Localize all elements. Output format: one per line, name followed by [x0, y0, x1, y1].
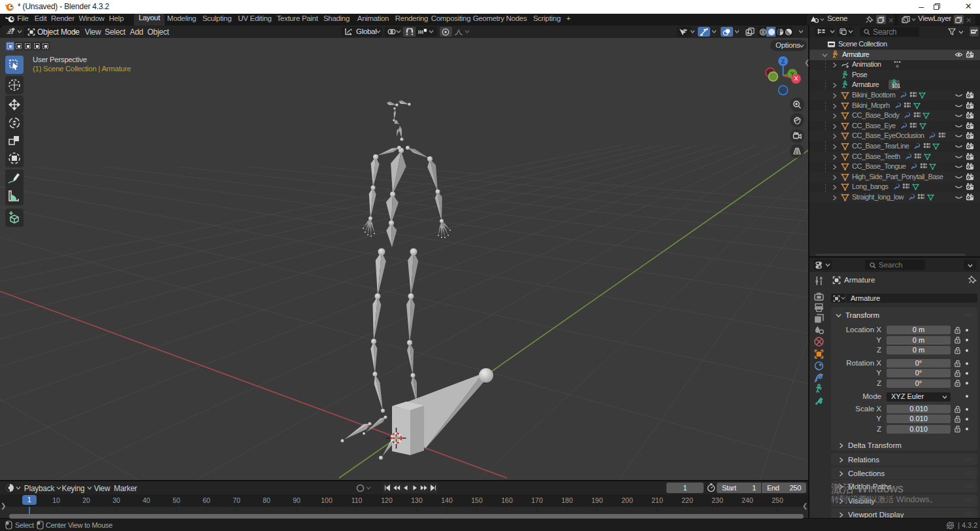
svg-text:X: X [794, 75, 798, 82]
svg-text:Z: Z [781, 58, 785, 65]
